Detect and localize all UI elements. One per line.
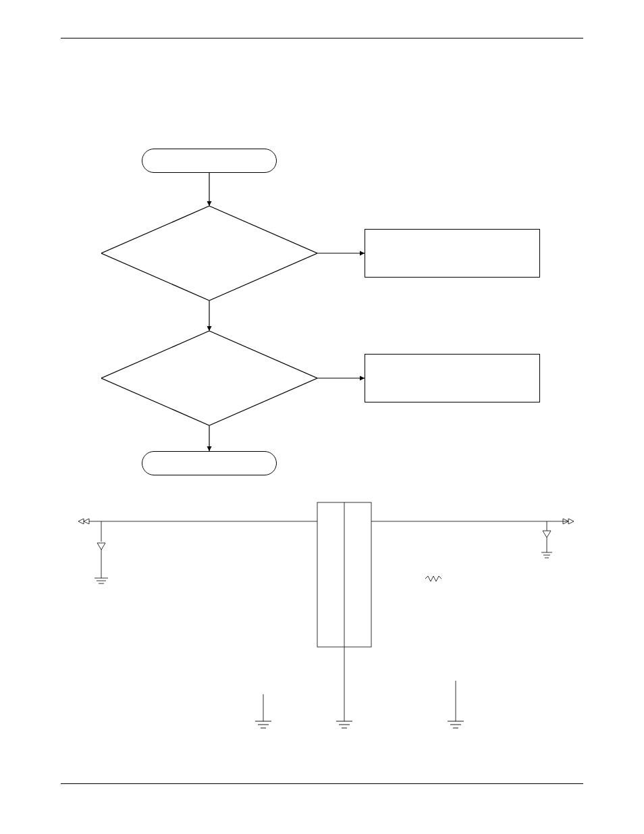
flow-start: [142, 149, 277, 173]
flow-process-1: [365, 229, 540, 278]
diamond-icon: [101, 206, 317, 301]
flow-decision-1: [101, 206, 317, 301]
page-header: [61, 34, 583, 38]
schematic: [61, 492, 587, 735]
svg-marker-6: [101, 331, 317, 425]
footer-rule: [61, 783, 583, 784]
flow-arrows: [61, 135, 587, 486]
flow-decision-2: [101, 331, 317, 425]
flow-process-2: [365, 354, 540, 402]
flow-end: [142, 451, 277, 475]
flowchart: [61, 135, 587, 486]
diamond-icon: [101, 331, 317, 425]
svg-marker-5: [101, 206, 317, 301]
schematic-svg: [61, 492, 587, 735]
